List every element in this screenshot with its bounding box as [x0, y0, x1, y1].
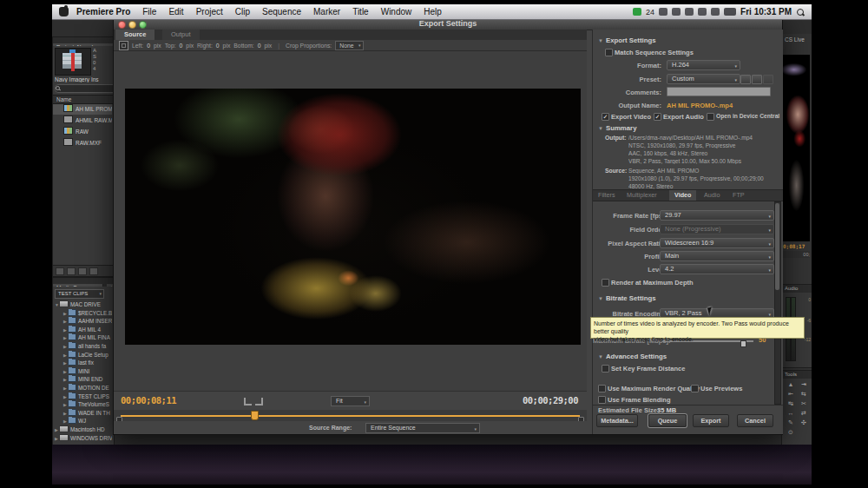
menu-help[interactable]: Help — [418, 4, 448, 19]
find-icon[interactable] — [78, 267, 87, 275]
tree-item-mac-drive[interactable]: ▼MAC DRIVE — [53, 300, 112, 309]
tree-item-ah-mil-4[interactable]: ▶AH MIL 4 — [53, 326, 112, 334]
match-sequence-checkbox[interactable] — [605, 49, 613, 56]
status-icon-1[interactable] — [659, 8, 667, 16]
tree-item-macintosh-hd[interactable]: ▶Macintosh HD — [53, 425, 112, 434]
project-item-raw[interactable]: RAW — [53, 127, 112, 137]
crop-proportions-dropdown[interactable]: None — [335, 41, 363, 50]
save-preset-icon[interactable] — [740, 75, 751, 84]
use-previews-checkbox[interactable] — [691, 385, 699, 392]
tab-filters[interactable]: Filters — [593, 190, 621, 201]
project-item-ahmil-raw[interactable]: AHMIL RAW.M — [53, 115, 112, 126]
tab-output[interactable]: Output — [162, 30, 200, 40]
set-in-point-button[interactable] — [244, 398, 252, 406]
tab-media-browser[interactable]: Media Browser × — [53, 284, 103, 287]
battery-icon[interactable] — [724, 8, 736, 16]
razor-tool-icon[interactable]: ✂ — [798, 399, 810, 408]
current-timecode[interactable]: 00;00;08;11 — [121, 395, 176, 406]
media-browser-location-dropdown[interactable]: TEST CLIPS — [55, 289, 104, 299]
pixel-aspect-ratio-dropdown[interactable]: Widescreen 16:9 — [660, 238, 774, 248]
cancel-button[interactable]: Cancel — [737, 414, 773, 427]
menu-clock[interactable]: Fri 10:31 PM — [740, 7, 792, 16]
crop-top-value[interactable]: 0 — [180, 43, 183, 49]
crop-icon[interactable] — [119, 41, 128, 50]
tab-project[interactable]: Project: Navy Imagery — [53, 43, 114, 46]
export-video-checkbox[interactable]: ✓ — [602, 113, 609, 121]
tree-item-last-fix[interactable]: ▶last fix — [53, 359, 112, 367]
tab-ftp[interactable]: FTP — [727, 190, 750, 201]
bitrate-settings-section-header[interactable]: ▼Bitrate Settings — [598, 294, 656, 302]
status-icon-2[interactable] — [672, 8, 681, 16]
tree-item-wade-in[interactable]: ▶WADE IN TH — [53, 409, 112, 418]
tree-item-all-hands[interactable]: ▶all hands fa — [53, 342, 112, 351]
export-settings-section-header[interactable]: ▼Export Settings — [598, 36, 656, 44]
tree-item-wj[interactable]: ▶WJ — [53, 417, 112, 425]
crop-left-value[interactable]: 0 — [147, 43, 150, 49]
tree-item-ah-mil-fina[interactable]: ▶AH MIL FINA — [53, 333, 112, 342]
delete-preset-icon[interactable] — [763, 75, 773, 84]
device-central-checkbox[interactable] — [707, 113, 714, 121]
pen-tool-icon[interactable]: ✎ — [785, 419, 797, 427]
menu-sequence[interactable]: Sequence — [256, 4, 307, 19]
tree-item-motion-de[interactable]: ▶MOTION DE — [53, 384, 112, 392]
project-item-raw-mxf[interactable]: RAW.MXF — [53, 138, 112, 148]
tree-item-recycle[interactable]: ▶$RECYCLE.B — [53, 309, 112, 318]
summary-section-header[interactable]: ▼Summary — [598, 124, 637, 132]
new-bin-icon[interactable] — [89, 267, 98, 275]
slip-tool-icon[interactable]: ↔ — [785, 409, 797, 418]
export-button[interactable]: Export — [693, 414, 729, 427]
zoom-fit-dropdown[interactable]: Fit — [331, 396, 370, 406]
tree-item-mini-end[interactable]: ▶MINI END — [53, 375, 112, 384]
metadata-button[interactable]: Metadata... — [596, 414, 638, 427]
zoom-tool-icon[interactable]: ⊙ — [785, 428, 797, 437]
icon-view-icon[interactable] — [67, 267, 76, 275]
track-select-tool-icon[interactable]: ⇥ — [798, 380, 810, 389]
rate-stretch-tool-icon[interactable]: ↹ — [785, 399, 797, 408]
project-preview-thumbnail[interactable] — [55, 48, 91, 76]
export-audio-checkbox[interactable]: ✓ — [654, 113, 661, 121]
menu-edit[interactable]: Edit — [162, 4, 189, 19]
advanced-settings-section-header[interactable]: ▼Advanced Settings — [598, 353, 667, 360]
frame-rate-dropdown[interactable]: 29.97 — [660, 210, 774, 221]
timeline-scrubber[interactable] — [114, 410, 587, 421]
parallels-menu-icon[interactable] — [633, 8, 641, 16]
spotlight-icon[interactable] — [796, 8, 805, 16]
tree-item-windows-drive[interactable]: ▶WINDOWS DRIVE — [53, 434, 112, 443]
hand-tool-icon[interactable]: ✣ — [798, 419, 810, 427]
rolling-edit-tool-icon[interactable]: ⇆ — [798, 390, 810, 399]
format-dropdown[interactable]: H.264 — [667, 60, 740, 70]
cs-live-button[interactable]: CS Live — [785, 36, 805, 43]
tools-panel-title[interactable]: Tools — [782, 371, 812, 379]
list-view-icon[interactable] — [56, 267, 64, 275]
selection-tool-icon[interactable]: ▲ — [785, 380, 797, 389]
menu-marker[interactable]: Marker — [307, 4, 346, 19]
bluetooth-icon[interactable] — [698, 8, 707, 16]
menu-file[interactable]: File — [136, 4, 162, 19]
source-video-frame[interactable] — [125, 89, 581, 345]
menu-clip[interactable]: Clip — [229, 4, 256, 19]
tab-audio[interactable]: Audio — [699, 190, 725, 201]
source-range-dropdown[interactable]: Entire Sequence — [365, 423, 480, 433]
playhead[interactable] — [251, 411, 259, 420]
profile-dropdown[interactable]: Main — [660, 251, 774, 261]
form-vscrollbar[interactable] — [774, 201, 781, 405]
project-name-column-header[interactable]: Name — [53, 95, 115, 104]
project-item-ah-mil-promo[interactable]: AH MIL PROMO — [53, 104, 112, 115]
use-mrq-checkbox[interactable] — [598, 385, 606, 392]
tab-video[interactable]: Video — [669, 190, 696, 201]
output-name-link[interactable]: AH MIL PROMO-.mp4 — [667, 102, 733, 109]
menu-window[interactable]: Window — [375, 4, 418, 19]
project-search-input[interactable] — [55, 84, 118, 93]
preset-dropdown[interactable]: Custom — [667, 74, 740, 84]
crop-right-value[interactable]: 0 — [216, 43, 220, 49]
queue-button[interactable]: Queue — [648, 414, 687, 427]
menu-project[interactable]: Project — [190, 4, 229, 19]
tree-item-lacie-setup[interactable]: ▶LaCie Setup — [53, 351, 112, 359]
slide-tool-icon[interactable]: ⇄ — [798, 409, 810, 418]
tree-item-aahm-inser[interactable]: ▶AAHM INSER — [53, 317, 112, 326]
menu-app-name[interactable]: Premiere Pro — [70, 4, 136, 19]
level-dropdown[interactable]: 4.2 — [660, 264, 774, 274]
menu-title[interactable]: Title — [346, 4, 375, 19]
volume-icon[interactable] — [711, 8, 720, 16]
comments-input[interactable] — [667, 87, 771, 96]
